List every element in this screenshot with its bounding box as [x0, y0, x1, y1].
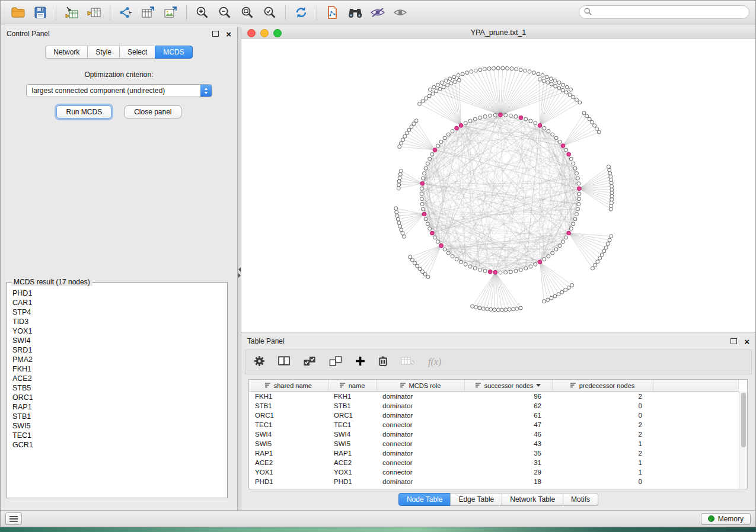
- status-menu-button[interactable]: [5, 512, 22, 525]
- collapse-left-icon[interactable]: [238, 267, 241, 272]
- cell-shared-name: STB1: [249, 401, 328, 411]
- close-panel-icon[interactable]: ×: [744, 337, 749, 346]
- toolbar-separator: [317, 5, 317, 20]
- tab-network-table[interactable]: Network Table: [502, 493, 563, 506]
- cell-predecessors: 2: [552, 420, 653, 430]
- mcds-result-item[interactable]: GCR1: [12, 440, 227, 450]
- network-window: YPA_prune.txt_1: [241, 27, 755, 332]
- toolbar-separator: [56, 5, 56, 20]
- mcds-result-item[interactable]: STP4: [12, 307, 227, 317]
- table-row[interactable]: ACE2ACE2connector311: [249, 458, 739, 467]
- table-scrollbar[interactable]: [739, 392, 747, 489]
- mcds-result-title: MCDS result (17 nodes): [11, 278, 92, 286]
- column-header-mcds-role[interactable]: MCDS role: [377, 380, 464, 392]
- floppy-disk-icon: [34, 7, 46, 18]
- tab-edge-table[interactable]: Edge Table: [450, 493, 502, 506]
- table-row[interactable]: RAP1RAP1dominator352: [249, 448, 739, 458]
- memory-button[interactable]: Memory: [701, 513, 751, 525]
- mcds-result-item[interactable]: YOX1: [12, 326, 227, 336]
- table-row[interactable]: SWI4SWI4dominator462: [249, 430, 739, 439]
- network-titlebar[interactable]: YPA_prune.txt_1: [241, 27, 755, 39]
- mcds-result-item[interactable]: STB1: [12, 412, 227, 421]
- deselect-all-rows-icon[interactable]: [329, 356, 342, 368]
- sort-icon: [570, 382, 576, 389]
- zoom-in-button[interactable]: [192, 4, 212, 21]
- cell-predecessors: 0: [552, 477, 653, 486]
- column-header-name[interactable]: name: [328, 380, 377, 392]
- splitter-collapse-arrows[interactable]: [238, 266, 241, 279]
- collapse-right-icon[interactable]: [238, 273, 241, 278]
- zoom-out-button[interactable]: [215, 4, 235, 21]
- visibility-button[interactable]: [390, 4, 410, 21]
- tab-mcds[interactable]: MCDS: [155, 46, 192, 59]
- import-network-file-button[interactable]: [84, 4, 104, 21]
- maximize-window-button[interactable]: [273, 29, 282, 37]
- export-image-button[interactable]: [161, 4, 181, 21]
- table-export-icon: [141, 6, 155, 19]
- network-canvas[interactable]: [241, 39, 755, 332]
- search-network-button[interactable]: [345, 4, 365, 21]
- mcds-result-item[interactable]: ACE2: [12, 374, 227, 383]
- gear-icon[interactable]: [254, 355, 265, 369]
- mcds-result-item[interactable]: SWI5: [12, 421, 227, 431]
- tab-motifs[interactable]: Motifs: [563, 493, 598, 506]
- mcds-result-group: MCDS result (17 nodes) PHD1CAR1STP4TID3Y…: [7, 278, 228, 498]
- zoom-selected-button[interactable]: [260, 4, 280, 21]
- run-mcds-button[interactable]: Run MCDS: [56, 105, 111, 118]
- mcds-result-list[interactable]: PHD1CAR1STP4TID3YOX1SWI4SRD1PMA2FKH1ACE2…: [8, 287, 227, 497]
- mcds-result-item[interactable]: STB5: [12, 383, 227, 393]
- export-network-button[interactable]: [116, 4, 136, 21]
- close-window-button[interactable]: [247, 29, 256, 37]
- select-all-rows-icon[interactable]: [303, 356, 316, 368]
- column-header-shared-name[interactable]: shared name: [249, 380, 328, 392]
- delete-column-icon[interactable]: [378, 355, 388, 368]
- search-input[interactable]: [595, 8, 744, 17]
- tab-network[interactable]: Network: [45, 46, 88, 59]
- cell-role: dominator: [377, 448, 464, 458]
- cell-shared-name: ACE2: [249, 458, 328, 467]
- table-row[interactable]: TEC1TEC1connector472: [249, 420, 739, 430]
- grid-import-icon: [87, 6, 101, 19]
- minimize-window-button[interactable]: [260, 29, 269, 37]
- float-panel-icon[interactable]: [212, 31, 219, 37]
- mcds-result-item[interactable]: PHD1: [12, 289, 227, 298]
- scrollbar-thumb[interactable]: [741, 393, 746, 447]
- table-row[interactable]: PHD1PHD1dominator180: [249, 477, 739, 486]
- table-row[interactable]: YOX1YOX1connector291: [249, 467, 739, 477]
- table-row[interactable]: STB1STB1dominator620: [249, 401, 739, 411]
- mcds-result-item[interactable]: ORC1: [12, 393, 227, 402]
- mcds-result-item[interactable]: TID3: [12, 317, 227, 326]
- mcds-result-item[interactable]: PMA2: [12, 355, 227, 364]
- export-table-button[interactable]: [138, 4, 158, 21]
- refresh-button[interactable]: [291, 4, 311, 21]
- mcds-result-item[interactable]: FKH1: [12, 364, 227, 374]
- save-button[interactable]: [30, 4, 50, 21]
- tab-select[interactable]: Select: [119, 46, 155, 59]
- import-table-button[interactable]: [62, 4, 82, 21]
- table-row[interactable]: FKH1FKH1dominator962: [249, 392, 739, 402]
- analyzer-button[interactable]: [368, 4, 388, 21]
- tab-node-table[interactable]: Node Table: [398, 493, 451, 506]
- mcds-result-item[interactable]: SRD1: [12, 345, 227, 355]
- criterion-select[interactable]: largest connected component (undirected): [26, 84, 212, 97]
- table-row[interactable]: SWI5SWI5connector431: [249, 439, 739, 448]
- share-document-button[interactable]: [323, 4, 343, 21]
- open-file-button[interactable]: [8, 4, 28, 21]
- mcds-result-item[interactable]: RAP1: [12, 402, 227, 412]
- column-layout-icon[interactable]: [278, 356, 290, 368]
- float-panel-icon[interactable]: [731, 338, 737, 344]
- mcds-result-item[interactable]: SWI4: [12, 336, 227, 345]
- tab-style[interactable]: Style: [87, 46, 120, 59]
- add-column-icon[interactable]: [355, 356, 365, 368]
- table-row[interactable]: ORC1ORC1dominator610: [249, 411, 739, 420]
- network-graph[interactable]: [241, 39, 755, 332]
- zoom-fit-button[interactable]: [237, 4, 257, 21]
- close-panel-icon[interactable]: ×: [226, 30, 231, 39]
- column-header-predecessor-nodes[interactable]: predecessor nodes: [552, 380, 653, 392]
- close-panel-button[interactable]: Close panel: [125, 105, 181, 118]
- mcds-result-item[interactable]: TEC1: [12, 431, 227, 440]
- cell-shared-name: SWI5: [249, 439, 328, 448]
- column-header-successor-nodes[interactable]: successor nodes: [464, 380, 552, 392]
- cell-shared-name: ORC1: [249, 411, 328, 420]
- mcds-result-item[interactable]: CAR1: [12, 298, 227, 307]
